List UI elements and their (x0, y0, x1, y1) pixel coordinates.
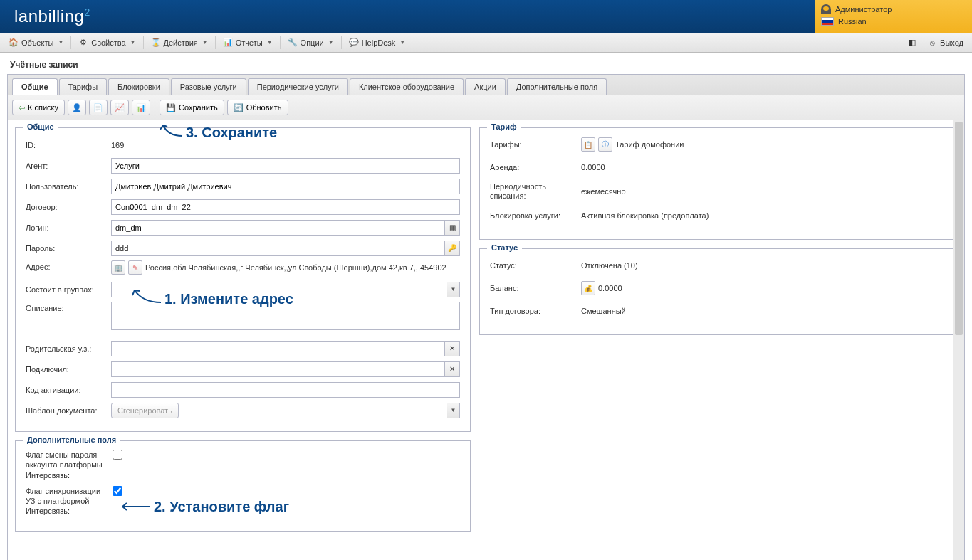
menu-properties[interactable]: ⚙Свойства▼ (74, 36, 140, 50)
value-balance: 0.0000 (598, 284, 622, 292)
legend-addons: Дополнительные поля (23, 435, 120, 444)
login-input[interactable] (111, 220, 444, 236)
tab-blocks[interactable]: Блокировки (108, 78, 169, 95)
menu-exit[interactable]: ⎋Выход (923, 36, 968, 50)
status-fieldset: Статус Статус:Отключена (10) Баланс:💰0.0… (479, 248, 957, 335)
label-tariffs: Тарифы: (490, 140, 581, 149)
brand-logo: lanbilling2 (14, 6, 90, 26)
generate-button[interactable]: Сгенерировать (111, 403, 179, 418)
legend-general: Общие (23, 122, 58, 131)
label-contract-type: Тип договора: (490, 307, 581, 315)
separator (143, 36, 144, 49)
menu-helpdesk[interactable]: 💬HelpDesk▼ (345, 36, 410, 50)
user-input[interactable] (111, 179, 460, 194)
label-block: Блокировка услуги: (490, 211, 581, 220)
content-area: Общие ID:169 Агент: Пользователь: Догово… (8, 120, 964, 560)
address-edit-button[interactable]: 🏢 (111, 260, 125, 275)
label-description: Описание: (26, 302, 111, 312)
description-input[interactable] (111, 302, 460, 330)
groups-dropdown[interactable]: ▼ (447, 282, 460, 297)
tab-onetime[interactable]: Разовые услуги (171, 78, 246, 95)
right-column: Тариф Тарифы: 📋 ⓘ Тариф домофонии Аренда… (479, 127, 957, 554)
doctpl-dropdown[interactable]: ▼ (447, 403, 460, 418)
doctpl-input[interactable] (182, 403, 447, 418)
parent-clear-button[interactable]: ✕ (444, 341, 460, 356)
user-area: Администратор Russian (815, 0, 972, 33)
groups-input[interactable] (111, 282, 447, 297)
login-list-button[interactable]: ▦ (444, 220, 460, 236)
save-button[interactable]: 💾Сохранить (160, 100, 224, 115)
document-button[interactable]: 📄 (89, 100, 108, 115)
tab-periodic[interactable]: Периодические услуги (248, 78, 348, 95)
user-detail-button[interactable]: 👤 (68, 100, 86, 115)
save-icon: 💾 (166, 103, 176, 112)
label-password: Пароль: (26, 244, 111, 253)
tabs-container: Общие Тарифы Блокировки Разовые услуги П… (7, 74, 965, 560)
agent-input[interactable] (111, 158, 460, 174)
scrollbar-thumb[interactable] (955, 122, 963, 335)
separator (155, 101, 155, 114)
user-row[interactable]: Администратор (821, 3, 966, 16)
label-period: Периодичность списания: (490, 182, 581, 201)
tariff-name: Тариф домофонии (615, 140, 684, 149)
tariff-info-button[interactable]: ⓘ (598, 137, 612, 152)
password-key-button[interactable]: 🔑 (444, 241, 460, 256)
tab-general[interactable]: Общие (12, 78, 58, 95)
menu-options[interactable]: 🔧Опции▼ (283, 36, 338, 50)
legend-tariff: Тариф (487, 122, 521, 131)
actcode-input[interactable] (111, 382, 460, 398)
toolbar: ⇦К списку 👤 📄 📈 📊 💾Сохранить 🔄Обновить (8, 95, 964, 120)
exit-icon: ⎋ (927, 38, 937, 48)
label-balance: Баланс: (490, 284, 581, 292)
parent-input[interactable] (111, 341, 444, 356)
barchart-button[interactable]: 📊 (132, 100, 150, 115)
label-flag2: Флаг синхронизации УЗ с платформой Интер… (26, 486, 104, 517)
chart-icon: 📊 (223, 38, 233, 48)
refresh-button[interactable]: 🔄Обновить (227, 100, 288, 115)
menubar: 🏠Объекты▼ ⚙Свойства▼ ⌛Действия▼ 📊Отчеты▼… (0, 33, 972, 53)
top-header: lanbilling2 Администратор Russian (0, 0, 972, 33)
lang-row[interactable]: Russian (821, 16, 966, 27)
tab-tariffs[interactable]: Тарифы (59, 78, 108, 95)
label-groups: Состоит в группах: (26, 285, 111, 294)
gear-icon: ⚙ (78, 38, 88, 48)
tab-addons[interactable]: Дополнительные поля (507, 78, 607, 95)
separator (70, 36, 71, 49)
left-column: Общие ID:169 Агент: Пользователь: Догово… (15, 127, 471, 554)
menu-actions[interactable]: ⌛Действия▼ (147, 36, 212, 50)
tab-equipment[interactable]: Клиентское оборудование (350, 78, 464, 95)
label-status: Статус: (490, 261, 581, 270)
address-text: Россия,обл Челябинская,,г Челябинск,,ул … (145, 260, 460, 273)
contract-input[interactable] (111, 199, 460, 215)
address-clear-button[interactable]: ✎ (128, 260, 142, 275)
menu-collapse[interactable]: ◧ (903, 36, 921, 50)
wrench-icon: 🔧 (288, 38, 298, 48)
addons-fieldset: Дополнительные поля Флаг смены пароля ак… (15, 440, 471, 532)
collapse-icon: ◧ (907, 38, 917, 48)
label-flag1: Флаг смены пароля аккаунта платформы Инт… (26, 450, 104, 480)
brand-area: lanbilling2 (0, 0, 815, 33)
user-icon (821, 4, 831, 14)
password-input[interactable] (111, 241, 444, 256)
label-agent: Агент: (26, 162, 111, 170)
refresh-icon: 🔄 (234, 103, 244, 112)
value-period: ежемесячно (581, 187, 946, 196)
chart-button[interactable]: 📈 (110, 100, 129, 115)
value-id: 169 (111, 141, 460, 149)
menu-objects[interactable]: 🏠Объекты▼ (4, 36, 68, 50)
connected-input[interactable] (111, 361, 444, 377)
label-address: Адрес: (26, 260, 111, 271)
value-block: Активная блокировка (предоплата) (581, 211, 946, 220)
connected-clear-button[interactable]: ✕ (444, 361, 460, 377)
user-name: Администратор (835, 5, 892, 14)
tab-promo[interactable]: Акции (465, 78, 506, 95)
balance-edit-button[interactable]: 💰 (581, 281, 595, 295)
tariff-edit-button[interactable]: 📋 (581, 137, 595, 152)
menu-reports[interactable]: 📊Отчеты▼ (219, 36, 277, 50)
help-icon: 💬 (349, 38, 359, 48)
label-user: Пользователь: (26, 182, 111, 191)
to-list-button[interactable]: ⇦К списку (12, 100, 65, 115)
flag1-checkbox[interactable] (113, 450, 122, 460)
scrollbar[interactable] (953, 120, 964, 560)
flag2-checkbox[interactable] (113, 486, 122, 496)
